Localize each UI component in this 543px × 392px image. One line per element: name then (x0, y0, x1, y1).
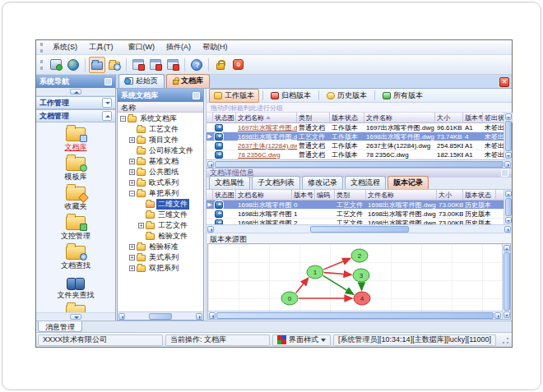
version-node-2[interactable]: 2 (351, 249, 368, 262)
help-button[interactable] (188, 57, 205, 73)
tab-修改记录[interactable]: 修改记录 (302, 176, 343, 189)
menubar-grip[interactable] (40, 43, 44, 53)
tree-expander[interactable]: + (138, 223, 144, 228)
status-icon-cell[interactable] (213, 201, 236, 209)
tree-item-双把系列[interactable]: +双把系列 (118, 263, 203, 274)
status-icon-cell[interactable] (213, 132, 236, 141)
grid-hscrollbar[interactable] (207, 224, 512, 233)
tree-item-三维文件[interactable]: 三维文件 (118, 210, 203, 220)
folder-history-button[interactable] (106, 57, 123, 73)
ui-style-button[interactable]: 界面样式 (272, 334, 331, 346)
scroll-right-button[interactable] (504, 161, 511, 168)
graph-vscrollbar[interactable] (502, 244, 510, 319)
tree-item-项目文件[interactable]: +项目文件 (118, 135, 203, 145)
version-node-1[interactable]: 1 (307, 265, 323, 279)
tab-文档属性[interactable]: 文档属性 (209, 176, 250, 189)
tree-item-系统文档库[interactable]: −系统文档库 (118, 113, 203, 124)
chevron-down-icon[interactable] (102, 98, 112, 108)
table-row[interactable]: 78 2356C.dwg普通文档工作版本78 2356C.dwg182.15KB… (207, 150, 504, 159)
scroll-right-button[interactable] (196, 313, 202, 320)
column-header-大小[interactable]: 大小 (435, 113, 463, 122)
column-header-文档名称[interactable]: 文档名称 (236, 190, 292, 200)
scroll-left-button[interactable] (207, 161, 214, 168)
table-row[interactable]: 2637主体(12284).dwg普通文档工作版本2637主体(12284).d… (207, 141, 504, 150)
table-row[interactable]: 1697出水嘴零件图.dwg普通文档工作版本1697出水嘴零件图.dwg96.6… (207, 123, 504, 132)
column-header-版本号[interactable]: 版本号 (463, 113, 483, 122)
column-header-状态图[interactable]: 状态图 (213, 190, 236, 200)
tab-message-management[interactable]: 消息管理 (38, 321, 82, 332)
window-cascade-button[interactable] (147, 57, 164, 73)
window-new-button[interactable] (130, 57, 146, 73)
scroll-right-button[interactable] (504, 226, 511, 233)
sidebar-group-docs[interactable]: 文档管理 (36, 109, 115, 122)
tree-item-工艺文件[interactable]: 工艺文件 (118, 124, 203, 135)
column-header-版本号[interactable]: 版本号 (292, 190, 315, 200)
tab-版本记录[interactable]: 版本记录 (388, 176, 429, 189)
pin-icon[interactable] (104, 78, 112, 85)
button-历史版本[interactable]: 历史版本 (323, 90, 371, 102)
globe-button[interactable] (65, 57, 81, 73)
workspace-button[interactable] (48, 57, 64, 73)
scroll-thumb[interactable] (505, 198, 512, 216)
chevron-down-icon[interactable] (70, 314, 81, 320)
tree-expander[interactable]: + (129, 137, 135, 143)
column-header-编码[interactable]: 编码 (315, 190, 335, 200)
tree-item-美式系列[interactable]: +美式系列 (118, 252, 203, 263)
grid-hscrollbar[interactable] (207, 159, 512, 168)
tree-item-基准文档[interactable]: +基准文档 (118, 156, 203, 167)
tab-文档流程[interactable]: 文档流程 (345, 176, 386, 189)
version-node-4[interactable]: 4 (354, 292, 370, 305)
column-header-版本状态[interactable]: 版本状态 (330, 113, 364, 122)
status-icon-cell[interactable] (213, 219, 236, 224)
exit-button[interactable] (230, 57, 246, 73)
status-icon-cell[interactable] (213, 150, 236, 159)
grid-vscrollbar[interactable] (504, 190, 512, 224)
column-header-文件名称[interactable]: 文件名称 (364, 113, 435, 122)
button-归档版本[interactable]: 归档版本 (267, 90, 315, 102)
grid-vscrollbar[interactable] (504, 113, 512, 159)
window-close-button[interactable] (165, 57, 181, 73)
tree-expander[interactable]: + (129, 169, 135, 175)
tree-column-header[interactable]: 名称 (118, 102, 203, 113)
tree-hscrollbar[interactable] (118, 311, 203, 320)
column-header-类别[interactable]: 类别 (335, 190, 366, 200)
version-node-0[interactable]: 0 (281, 292, 298, 305)
tree-item-欧式系列[interactable]: +欧式系列 (118, 178, 203, 188)
sidebar-item-文档查找[interactable]: 文档查找 (40, 244, 111, 274)
sidebar-item-文档库[interactable]: 文档库 (40, 126, 111, 155)
menu-item-0[interactable]: 系统(S) (47, 41, 83, 53)
scroll-thumb[interactable] (504, 252, 510, 311)
table-row[interactable]: ▶1698出水嘴零件图.dwg工艺文件工作版本1698出水嘴零件图.dwg73.… (207, 132, 504, 141)
tab-文档库[interactable]: 文档库 (166, 74, 210, 88)
sidebar-group-work[interactable]: 工作管理 (36, 96, 115, 109)
column-header-大小[interactable]: 大小 (437, 190, 463, 200)
table-row[interactable]: 1698出水嘴零件图.dwg2工艺文件1698出水嘴零件图.dwg73.00KB… (207, 219, 504, 224)
scroll-thumb[interactable] (310, 226, 409, 233)
tree-expander[interactable]: + (129, 255, 135, 261)
scroll-up-button[interactable] (505, 191, 512, 197)
tree-expander[interactable]: − (129, 191, 135, 196)
sidebar-item-签出的文档[interactable]: 签出的文档 (40, 303, 111, 312)
button-工作版本[interactable]: 工作版本 (209, 89, 259, 103)
scroll-thumb[interactable] (216, 312, 494, 319)
toolbar-grip[interactable] (40, 60, 44, 70)
tree-expander[interactable]: − (120, 116, 126, 122)
column-header-类别[interactable]: 类别 (297, 113, 330, 122)
column-header-文档名称[interactable]: 文档名称 (236, 113, 297, 122)
tree-expander[interactable]: + (129, 180, 135, 186)
menu-item-4[interactable]: 帮助(H) (197, 41, 234, 53)
tree-item-检验文件[interactable]: 检验文件 (118, 231, 203, 242)
tree-item-公共图纸[interactable]: +公共图纸 (118, 167, 203, 178)
button-所有版本[interactable]: 所有版本 (378, 90, 427, 102)
pin-icon[interactable] (193, 92, 200, 99)
sidebar-item-文件夹查找[interactable]: 文件夹查找 (40, 274, 111, 303)
scroll-thumb[interactable] (215, 161, 504, 168)
document-library-button[interactable] (89, 57, 105, 73)
scroll-down-button[interactable] (505, 217, 512, 224)
tab-起始页[interactable]: 起始页 (118, 74, 165, 88)
pin-icon[interactable] (501, 169, 508, 177)
column-header-版本状态[interactable]: 版本状态 (463, 190, 496, 200)
scroll-left-button[interactable] (207, 226, 214, 233)
menu-item-2[interactable]: 窗口(W) (123, 41, 161, 53)
chevron-up-icon[interactable] (102, 111, 112, 121)
